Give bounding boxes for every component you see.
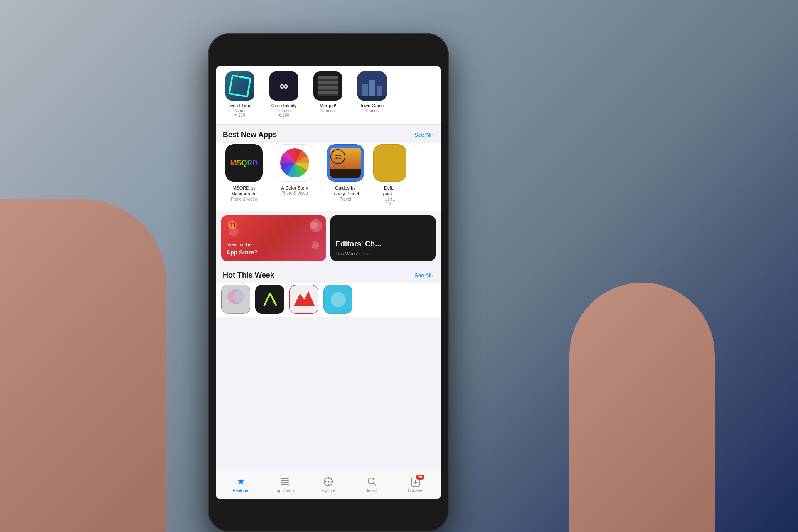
explore-icon	[323, 476, 334, 487]
tab-featured-label: Featured	[233, 488, 249, 493]
svg-rect-19	[281, 480, 289, 481]
updates-icon: 29	[410, 476, 421, 487]
twofold-icon	[225, 71, 254, 101]
hot-app-2[interactable]	[255, 285, 284, 314]
games-scroll[interactable]: twofold inc. Games ₹ 250 Circa Infinity …	[216, 70, 441, 119]
best-new-apps-title: Best New Apps	[223, 131, 277, 139]
promo-new-text: New to the App Store?	[226, 241, 257, 256]
game-item-circa[interactable]: Circa Infinity Games ₹ 190	[265, 71, 303, 118]
twofold-name: twofold inc.	[228, 103, 251, 108]
promo-section: 🎁 New to the App Store?	[216, 211, 441, 265]
svg-rect-4	[362, 84, 368, 96]
colorstory-app-icon	[276, 144, 313, 182]
svg-rect-0	[318, 76, 338, 96]
lonelyplanet-app-name: Guides byLonely Planet	[332, 185, 360, 197]
best-new-apps-grid: MSQRD MSQRD byMasquerade Photo & Video A…	[216, 143, 441, 211]
tab-top-charts-label: Top Charts	[275, 488, 295, 493]
svg-point-11	[233, 291, 245, 303]
svg-rect-7	[357, 96, 387, 101]
updates-badge-count: 29	[416, 475, 424, 480]
twofold-category: Games	[233, 108, 246, 113]
msqrd-app-icon: MSQRD	[225, 144, 263, 182]
town-category: Games	[365, 108, 379, 113]
svg-rect-20	[281, 482, 289, 483]
tab-top-charts[interactable]: Top Charts	[270, 475, 299, 495]
hot-chevron-icon: ›	[432, 272, 434, 278]
tab-updates[interactable]: 29 Updates	[401, 475, 430, 495]
hot-app-3[interactable]	[289, 285, 318, 314]
tab-bar: ★ Featured	[216, 470, 441, 499]
top-charts-icon	[279, 476, 290, 487]
tab-explore-label: Explore	[321, 488, 335, 493]
top-games-section: twofold inc. Games ₹ 250 Circa Infinity …	[216, 66, 441, 125]
promo-new-line1: New to the	[226, 241, 257, 249]
screen-content: twofold inc. Games ₹ 250 Circa Infinity …	[216, 66, 441, 499]
colorstory-app-name: A Color Story	[281, 185, 308, 191]
tab-updates-label: Updates	[408, 488, 423, 493]
editors-choice-line1: Editors' Ch...	[335, 239, 431, 249]
search-icon	[367, 476, 377, 487]
svg-rect-18	[281, 478, 289, 479]
hand-left	[0, 200, 166, 532]
svg-text:erged: erged	[323, 88, 333, 92]
star-icon: ★	[236, 476, 246, 487]
hot-this-week-header: Hot This Week See All ›	[216, 265, 441, 283]
editors-choice-subtext: This Week's Pic...	[335, 251, 431, 256]
tab-explore[interactable]: Explore	[314, 475, 343, 495]
tab-search[interactable]: Search	[357, 475, 387, 495]
town-icon	[357, 71, 387, 101]
svg-rect-12	[256, 285, 284, 314]
lonelyplanet-app-category: Travel	[340, 197, 351, 202]
phone-device: twofold inc. Games ₹ 250 Circa Infinity …	[208, 33, 449, 532]
svg-point-17	[331, 292, 346, 307]
hot-app-1[interactable]	[221, 285, 250, 314]
svg-rect-21	[281, 484, 289, 485]
colorstory-app-category: Photo & Video	[281, 191, 308, 195]
game-item-town[interactable]: Town Game Games	[353, 71, 391, 118]
promo-editors-choice[interactable]: Editors' Ch... This Week's Pic...	[330, 215, 436, 261]
partial-app-icon	[373, 144, 406, 182]
tab-featured[interactable]: ★ Featured	[227, 475, 256, 495]
game-item-merged[interactable]: M erged Merged! Games	[309, 71, 347, 118]
hot-app-4[interactable]	[323, 285, 352, 314]
color-wheel-graphic	[280, 148, 309, 177]
hand-right	[569, 283, 715, 532]
svg-line-29	[373, 483, 376, 485]
partial-app-price: ₹ 3...	[385, 202, 395, 206]
svg-point-23	[328, 481, 329, 483]
game-item-twofold[interactable]: twofold inc. Games ₹ 250	[221, 71, 259, 118]
hot-this-week-see-all[interactable]: See All ›	[414, 272, 434, 278]
best-new-apps-header: Best New Apps See All ›	[216, 125, 441, 143]
circa-price: ₹ 190	[278, 113, 289, 118]
hot-this-week-title: Hot This Week	[223, 271, 274, 280]
merged-icon: M erged	[313, 71, 342, 101]
partial-app-name: Deli...pack...	[383, 185, 397, 197]
hot-apps-scroll	[216, 283, 441, 317]
editors-choice-text: Editors' Ch...	[335, 239, 431, 249]
merged-category: Games	[321, 108, 335, 113]
lonelyplanet-app-icon: lonelyplanet	[327, 144, 364, 182]
app-item-msqrd[interactable]: MSQRD MSQRD byMasquerade Photo & Video	[221, 144, 267, 206]
promo-new-to-store[interactable]: 🎁 New to the App Store?	[221, 215, 326, 261]
app-item-colorstory[interactable]: A Color Story Photo & Video	[272, 144, 318, 206]
circa-icon	[269, 71, 298, 101]
twofold-price: ₹ 250	[234, 113, 245, 118]
see-all-label: See All	[414, 132, 431, 138]
partial-app-category: Utili...	[385, 197, 395, 202]
svg-text:M: M	[325, 78, 330, 85]
tab-search-label: Search	[365, 488, 379, 493]
best-new-apps-see-all[interactable]: See All ›	[414, 132, 434, 138]
chevron-icon: ›	[432, 132, 434, 138]
town-name: Town Game	[360, 103, 384, 108]
scene: twofold inc. Games ₹ 250 Circa Infinity …	[0, 0, 798, 532]
circa-name: Circa Infinity	[271, 103, 297, 108]
svg-rect-6	[377, 86, 382, 96]
circa-category: Games	[277, 108, 291, 113]
hot-see-all-label: See All	[414, 272, 431, 278]
promo-new-line2: App Store?	[226, 249, 257, 256]
msqrd-app-category: Photo & Video	[231, 197, 257, 202]
app-item-lonelyplanet[interactable]: lonelyplanet Guides byLonely Planet Trav…	[323, 144, 368, 206]
msqrd-app-name: MSQRD byMasquerade	[231, 185, 256, 197]
svg-rect-5	[369, 80, 375, 96]
app-item-partial[interactable]: Deli...pack... Utili... ₹ 3...	[373, 144, 406, 206]
